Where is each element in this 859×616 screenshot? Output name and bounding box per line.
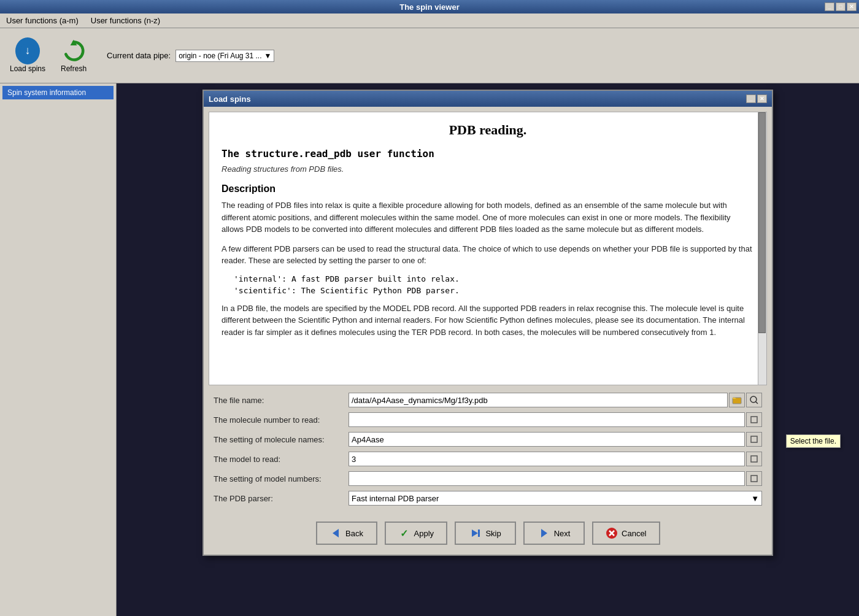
refresh-label: Refresh — [61, 64, 87, 73]
menu-user-functions-am[interactable]: User functions (a-m) — [2, 15, 82, 26]
model-read-label: The model to read: — [214, 455, 349, 464]
mol-names-row: The setting of molecule names: — [214, 432, 762, 447]
modal-doc-area: PDB reading. The structure.read_pdb user… — [209, 112, 767, 385]
pdb-parser-label: The PDB parser: — [214, 494, 349, 503]
apply-label: Apply — [414, 529, 434, 538]
doc-func-title: The structure.read_pdb user function — [221, 148, 754, 160]
skip-icon — [469, 527, 482, 539]
model-numbers-reset-btn[interactable] — [746, 471, 762, 486]
menu-user-functions-nz[interactable]: User functions (n-z) — [87, 15, 164, 26]
model-read-input-group — [349, 452, 762, 466]
sidebar: Spin system information — [0, 83, 117, 616]
tooltip-select-file: Select the file. — [786, 434, 841, 448]
refresh-icon — [61, 39, 86, 63]
mol-number-row: The molecule number to read: — [214, 412, 762, 427]
load-spins-modal: Load spins _ ✕ PDB reading. The structur… — [202, 90, 773, 556]
data-pipe-select[interactable]: origin - noe (Fri Aug 31 ... ▼ — [175, 50, 274, 62]
mol-number-label: The molecule number to read: — [214, 415, 349, 425]
cancel-button[interactable]: Cancel — [592, 522, 660, 545]
reset-icon2 — [750, 435, 758, 444]
modal-title: Load spins — [209, 94, 251, 104]
model-numbers-input[interactable] — [349, 471, 745, 486]
title-bar-controls[interactable]: _ □ ✕ — [825, 2, 857, 11]
doc-subtitle: Reading structures from PDB files. — [221, 164, 754, 174]
svg-rect-11 — [751, 417, 757, 423]
modal-overlay: Load spins _ ✕ PDB reading. The structur… — [117, 83, 859, 616]
load-spins-button[interactable]: ↓ Load spins — [5, 36, 50, 75]
doc-code1: 'internal': A fast PDB parser built into… — [234, 274, 754, 283]
data-pipe-row: Current data pipe: origin - noe (Fri Aug… — [107, 50, 274, 62]
svg-rect-16 — [478, 529, 480, 537]
back-button[interactable]: Back — [316, 522, 377, 545]
data-pipe-label: Current data pipe: — [107, 51, 171, 60]
modal-title-bar: Load spins _ ✕ — [204, 91, 772, 107]
maximize-window-btn[interactable]: □ — [836, 2, 846, 11]
doc-scrollbar[interactable] — [758, 112, 766, 385]
main-area: Spin system information # POLY COUPLED W… — [0, 83, 859, 616]
form-area: The file name: — [204, 388, 772, 515]
content-area: # POLY COUPLED WITH POWER 7. 3.1. relax … — [117, 83, 859, 616]
search-icon — [749, 395, 759, 405]
skip-label: Skip — [485, 529, 501, 538]
close-window-btn[interactable]: ✕ — [847, 2, 857, 11]
modal-title-controls[interactable]: _ ✕ — [746, 94, 767, 103]
button-row: Back ✓ Apply — [204, 515, 772, 555]
file-open-btn[interactable] — [729, 393, 745, 407]
toolbar: ↓ Load spins Refresh Current data pipe: … — [0, 28, 859, 83]
svg-rect-13 — [751, 456, 757, 462]
pdb-parser-dropdown-icon: ▼ — [751, 494, 759, 503]
pdb-parser-row: The PDB parser: Fast internal PDB parser… — [214, 491, 762, 506]
modal-close-btn[interactable]: ✕ — [757, 94, 767, 103]
file-name-input-group — [349, 393, 762, 407]
svg-line-10 — [756, 402, 758, 404]
pdb-parser-value: Fast internal PDB parser — [352, 494, 439, 503]
mol-names-input-group — [349, 432, 762, 447]
model-numbers-row: The setting of model numbers: — [214, 471, 762, 486]
reset-icon3 — [750, 455, 758, 463]
doc-para2: A few different PDB parsers can be used … — [221, 243, 754, 267]
doc-main-title: PDB reading. — [221, 122, 754, 138]
svg-rect-14 — [751, 475, 757, 482]
load-spins-icon: ↓ — [15, 39, 40, 63]
next-icon — [538, 527, 550, 539]
file-name-row: The file name: — [214, 393, 762, 407]
model-numbers-label: The setting of model numbers: — [214, 474, 349, 483]
refresh-button[interactable]: Refresh — [55, 36, 92, 75]
back-label: Back — [345, 529, 363, 538]
model-numbers-input-group — [349, 471, 762, 486]
modal-minimize-btn[interactable]: _ — [746, 94, 756, 103]
back-icon — [329, 527, 342, 539]
doc-scrollbar-thumb[interactable] — [758, 112, 766, 333]
data-pipe-dropdown-icon[interactable]: ▼ — [264, 52, 272, 60]
reset-icon4 — [750, 474, 758, 483]
mol-names-input[interactable] — [349, 432, 745, 447]
file-name-input[interactable] — [349, 393, 728, 407]
mol-number-input-group — [349, 412, 762, 427]
title-bar: The spin viewer _ □ ✕ — [0, 0, 859, 13]
mol-number-reset-btn[interactable] — [746, 412, 762, 427]
model-read-reset-btn[interactable] — [746, 452, 762, 466]
model-read-input[interactable] — [349, 452, 745, 466]
svg-rect-12 — [751, 436, 757, 442]
file-search-btn[interactable] — [746, 393, 762, 407]
data-pipe-value: origin - noe (Fri Aug 31 ... — [179, 52, 261, 60]
doc-para3: In a PDB file, the models are specified … — [221, 302, 754, 339]
cancel-label: Cancel — [622, 529, 646, 538]
folder-icon — [732, 395, 742, 405]
mol-names-label: The setting of molecule names: — [214, 435, 349, 444]
mol-number-input[interactable] — [349, 412, 745, 427]
mol-names-reset-btn[interactable] — [746, 432, 762, 447]
model-read-row: The model to read: — [214, 452, 762, 466]
menu-bar: User functions (a-m) User functions (n-z… — [0, 13, 859, 28]
svg-text:↓: ↓ — [25, 44, 31, 56]
sidebar-item-spin-system[interactable]: Spin system information — [2, 86, 114, 99]
apply-button[interactable]: ✓ Apply — [385, 522, 448, 545]
next-button[interactable]: Next — [523, 522, 585, 545]
reset-icon — [750, 415, 758, 424]
minimize-window-btn[interactable]: _ — [825, 2, 834, 11]
doc-code2: 'scientific': The Scientific Python PDB … — [234, 286, 754, 295]
modal-doc-inner: PDB reading. The structure.read_pdb user… — [209, 112, 766, 355]
doc-para1: The reading of PDB files into relax is q… — [221, 199, 754, 236]
skip-button[interactable]: Skip — [455, 522, 516, 545]
pdb-parser-select[interactable]: Fast internal PDB parser ▼ — [349, 491, 762, 506]
